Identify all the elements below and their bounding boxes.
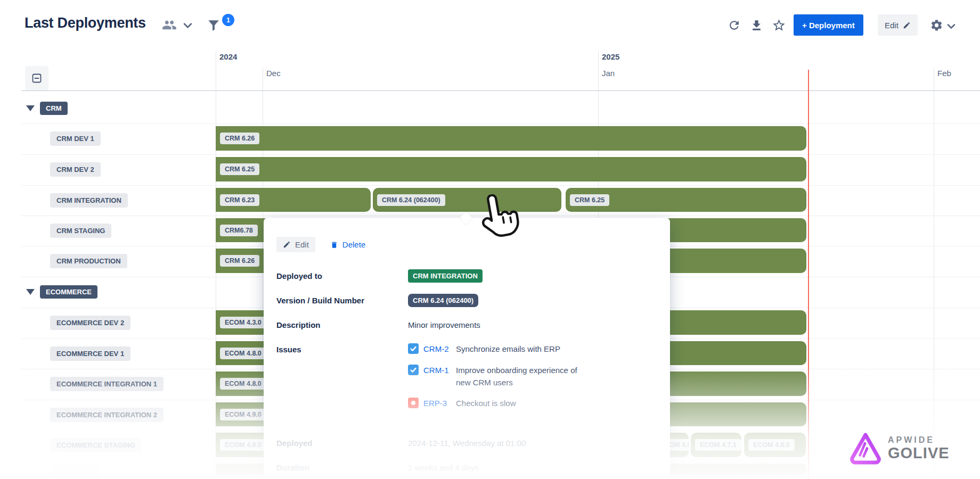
environment-label-pill[interactable]: ECOMMERCE INTEGRATION 1 [50,377,164,391]
month-label: Jan [602,69,615,78]
issue-summary: Improve onboarding experience of new CRM… [456,364,577,389]
deployment-bar[interactable]: CRM 6.23 [216,188,371,212]
popup-field-value: 2 weeks and 4 days [408,461,479,474]
issue-summary: Synchronize emails with ERP [456,343,560,355]
collapse-minus-icon [32,73,42,83]
environment-label-pill[interactable]: CRM PRODUCTION [50,254,127,268]
popup-field-label: Issues [276,343,408,356]
popup-field-label: Version / Build Number [276,294,408,307]
collapse-all-button[interactable] [25,66,48,90]
deployment-bar[interactable]: CRM 6.25 [216,157,806,181]
environment-label-pill[interactable]: ECOMMERCE DEV 2 [50,316,130,330]
add-deployment-button[interactable]: + Deployment [794,14,863,36]
deployment-bar-label: CRM 6.25 [220,163,259,175]
month-label: Feb [937,69,951,78]
deployment-bar[interactable]: CRM 6.25 [566,188,806,212]
shared-users-icon[interactable] [162,18,177,32]
filter-funnel-icon [207,18,220,32]
issue-done-checkbox-icon [408,365,419,375]
today-line [808,70,809,479]
popup-field-label: Duration [276,461,408,474]
issue-summary: Checkout is slow [456,397,516,409]
popup-fields: Deployed toCRM INTEGRATIONVersion / Buil… [276,269,655,474]
hand-pointer-cursor [472,191,523,245]
popup-field-value: Minor improvements [408,318,480,332]
popup-field-label: Deployed to [276,269,408,283]
trash-icon [330,241,338,249]
year-label: 2025 [602,52,619,61]
group-badge[interactable]: CRM [40,102,68,115]
popup-edit-button[interactable]: Edit [276,237,315,252]
deployment-bar-label: CRM6.78 [220,225,258,236]
deployment-bar[interactable]: CRM 6.26 [216,126,806,151]
group-expander-triangle[interactable] [26,105,35,111]
environment-label-pill[interactable]: ECOMMERCE INTEGRATION 2 [50,408,164,422]
refresh-button[interactable] [728,19,741,32]
deployment-details-popup: Edit Delete Deployed toCRM INTEGRATIONVe… [264,218,670,479]
filter-button[interactable]: 1 [207,15,234,34]
group-badge[interactable]: ECOMMERCE [40,285,97,299]
edit-mode-button[interactable]: Edit [878,14,918,36]
issue-list: CRM-2Synchronize emails with ERPCRM-1Imp… [408,343,577,418]
environment-label-pill[interactable]: CRM DEV 1 [50,131,101,146]
popup-edit-label: Edit [295,240,309,249]
version-badge: CRM 6.24 (062400) [408,294,478,307]
popup-field: Deployed2024-12-11, Wednesday at 01:00 [276,436,655,450]
popup-actions: Edit Delete [276,237,655,252]
year-label: 2024 [219,52,237,61]
popup-field: Version / Build NumberCRM 6.24 (062400) [276,294,655,307]
row-divider [21,154,980,155]
deployment-bar-label: ECOM 4.8.0 [748,439,795,451]
pencil-icon [283,241,291,249]
edit-mode-label: Edit [885,21,899,30]
deployment-bar-label: CRM 6.24 (062400) [377,194,445,206]
popup-delete-button[interactable]: Delete [324,237,372,252]
logo-apwide-text: APWIDE [888,435,950,445]
group-expander-triangle[interactable] [26,289,35,295]
page-title: Last Deployments [24,15,146,31]
environment-label-pill[interactable]: ECOMMERCE DEV 1 [50,346,130,361]
issue-done-checkbox-icon [408,343,419,354]
month-gridline [934,68,934,479]
environment-label-pill[interactable]: CRM STAGING [50,224,111,238]
golive-timeline-app: Last Deployments 1 + Deployment Edit [0,0,980,479]
popup-field: Duration2 weeks and 4 days [276,461,655,474]
environment-badge: CRM INTEGRATION [408,269,483,283]
deployment-bar-label: ECOM 4.8.0 [220,378,266,390]
pencil-icon [903,21,911,29]
settings-gear-button[interactable] [930,19,943,32]
deployment-bar[interactable]: ECOM 4.8.0 [744,433,806,457]
popup-field: Deployed toCRM INTEGRATION [276,269,655,283]
row-divider [21,123,980,124]
issue-done-checkbox-icon [408,343,419,356]
timeline-header-divider [21,90,980,91]
settings-chevron-down-icon[interactable] [947,23,956,29]
deployment-bar-label: CRM 6.23 [220,194,259,206]
export-download-button[interactable] [750,19,763,32]
title-chevron-down-icon[interactable] [183,22,192,29]
issue-row: ERP-3Checkout is slow [408,397,577,410]
deployment-bar[interactable]: CRM 6.24 (062400) [373,188,561,212]
issue-key-link[interactable]: ERP-3 [423,397,451,409]
deployment-bar[interactable]: ECOM 4.7.1 [691,433,741,457]
environment-label-pill[interactable]: CRM INTEGRATION [50,193,128,208]
deployment-bar-label: ECOM 4.7.1 [695,439,741,451]
popup-delete-label: Delete [342,240,365,249]
environment-label-pill[interactable]: CRM DEV 2 [50,162,101,177]
issue-key-link[interactable]: CRM-1 [423,364,451,376]
deployment-bar-label: CRM 6.26 [220,133,259,144]
row-divider [21,185,980,186]
issue-bug-icon [408,398,419,410]
popup-field: IssuesCRM-2Synchronize emails with ERPCR… [276,343,655,418]
filter-count-badge: 1 [222,14,234,26]
popup-field-value: 2024-12-11, Wednesday at 01:00 [408,436,526,450]
issue-key-link[interactable]: CRM-2 [423,343,451,355]
environment-label-pill-ghost [50,465,100,478]
issue-row: CRM-1Improve onboarding experience of ne… [408,364,577,389]
apwide-golive-logo: APWIDE GOLIVE [848,431,950,465]
deployment-bar-label: ECOM 4.3.0 [220,317,266,328]
issue-bug-icon [408,398,419,408]
favorite-star-button[interactable] [772,18,786,32]
environment-label-pill[interactable]: ECOMMERCE STAGING [50,438,142,452]
popup-field-label: Deployed [276,436,408,450]
